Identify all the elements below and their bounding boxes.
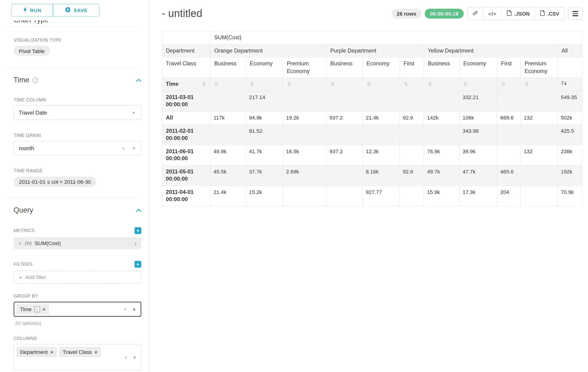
sortable-column-cell: ⇅ <box>424 78 460 91</box>
pivot-value-cell <box>283 91 326 111</box>
function-icon: ƒ(x) <box>24 241 32 245</box>
query-section-header[interactable]: Query <box>14 206 142 214</box>
filters-label-row: FILTERS + <box>14 261 142 268</box>
viz-type-label: VISUALIZATION TYPE <box>14 37 142 43</box>
time-grain-select[interactable]: month × ▼ <box>14 141 142 155</box>
add-filter-dropzone[interactable]: + Add filter <box>14 271 142 283</box>
sort-icon[interactable]: ⇅ <box>501 81 505 87</box>
add-metric-button[interactable]: + <box>135 227 141 234</box>
pivot-row-label: 2011-05-01 00:00:00 <box>162 165 210 186</box>
chevron-right-icon[interactable]: › <box>134 239 137 247</box>
columns-tag[interactable]: Travel Class × <box>59 347 101 357</box>
control-panel-scroll-area[interactable]: Chart Type VISUALIZATION TYPE Pivot Tabl… <box>0 21 149 372</box>
pivot-row-label: 2011-02-01 00:00:00 <box>162 124 210 145</box>
clear-icon[interactable]: × <box>124 306 127 312</box>
sort-desc-icon[interactable] <box>561 81 567 87</box>
group-by-tag[interactable]: Time i × <box>17 304 49 314</box>
travel-class-dimension-label: Travel Class <box>162 57 210 78</box>
travel-class-header: Business <box>326 57 363 78</box>
columns-tag[interactable]: Department × <box>17 347 57 357</box>
time-grain-value: month <box>19 145 34 151</box>
pivot-value-cell <box>363 124 399 145</box>
columns-tag-label: Department <box>20 349 48 355</box>
pivot-value-cell: 19.2k <box>283 111 326 124</box>
menu-button[interactable] <box>568 7 582 20</box>
pivot-value-cell: 12.3k <box>363 145 399 165</box>
metrics-label: METRICS <box>14 228 35 233</box>
sort-icon[interactable]: ⇅ <box>202 82 206 87</box>
remove-tag-icon[interactable]: × <box>42 307 45 312</box>
chevron-up-icon[interactable] <box>136 78 141 82</box>
sortable-column-cell: ⇅ <box>497 78 521 91</box>
export-csv-button[interactable]: .CSV <box>535 8 564 20</box>
export-json-label: .JSON <box>514 11 530 16</box>
export-json-button[interactable]: .JSON <box>502 8 535 20</box>
pivot-value-cell: 669.6 <box>497 111 521 124</box>
pivot-value-cell <box>521 91 557 111</box>
caret-down-icon[interactable]: ▼ <box>132 307 136 311</box>
group-by-label: GROUP BY <box>14 293 142 299</box>
columns-select[interactable]: Department × Travel Class × × ▼ <box>14 344 142 371</box>
metric-item[interactable]: × ƒ(x) SUM(Cost) › <box>14 237 142 249</box>
viz-type-value[interactable]: Pivot Table <box>14 46 50 56</box>
metric-name: SUM(Cost) <box>35 240 61 246</box>
sort-icon[interactable]: ⇅ <box>404 81 408 87</box>
remove-tag-icon[interactable]: × <box>94 349 97 355</box>
pivot-value-cell: 21.4k <box>363 111 399 124</box>
copy-link-button[interactable] <box>468 8 483 20</box>
group-by-select[interactable]: Time i × × ▼ <box>14 302 142 317</box>
divider <box>6 197 141 198</box>
pivot-value-cell <box>326 165 363 186</box>
sort-icon[interactable]: ⇅ <box>330 81 335 87</box>
sortable-column-cell: ⇅ <box>363 78 399 91</box>
export-toolbar: </> .JSON .CSV <box>467 7 565 20</box>
row-count-badge: 26 rows <box>392 9 421 18</box>
pivot-value-cell <box>521 186 557 206</box>
clear-icon[interactable]: × <box>122 145 125 151</box>
department-dimension-label: Department <box>162 44 210 57</box>
pivot-value-cell <box>210 91 246 111</box>
time-column-select[interactable]: Travel Date ▼ <box>14 106 142 120</box>
chevron-up-icon[interactable] <box>136 209 141 212</box>
pivot-value-cell <box>283 186 326 206</box>
remove-metric-icon[interactable]: × <box>18 240 21 246</box>
plus-icon: + <box>19 274 22 280</box>
pivot-value-cell: 549.35 <box>557 91 582 111</box>
pivot-value-cell: 49.9k <box>210 145 246 165</box>
pivot-value-cell <box>326 186 363 206</box>
time-section-header[interactable]: Time i <box>14 76 142 85</box>
travel-class-header: Premium Economy <box>283 57 326 78</box>
clear-icon[interactable]: × <box>124 354 127 360</box>
pivot-value-cell: 142k <box>424 111 460 124</box>
pivot-value-cell <box>497 124 521 145</box>
all-subheader-cell <box>557 57 582 78</box>
time-column-control: TIME COLUMN Travel Date ▼ <box>14 97 142 120</box>
pivot-row-label: All <box>162 111 210 124</box>
sort-icon[interactable]: ⇅ <box>463 81 468 87</box>
pivot-row: All117k94.9k19.2k937.221.4k92.6142k106k6… <box>162 111 582 124</box>
sort-icon[interactable]: ⇅ <box>250 81 254 87</box>
pivot-value-cell <box>210 124 246 145</box>
add-filter-button[interactable]: + <box>135 261 141 268</box>
travel-class-header: Premium Economy <box>521 57 557 78</box>
hamburger-icon <box>572 11 578 16</box>
pivot-value-cell: 927.77 <box>363 186 399 206</box>
pivot-row-label: 2011-04-01 00:00:00 <box>162 186 210 206</box>
time-range-value[interactable]: 2011-01-01 ≤ col < 2011-06-30 <box>14 176 96 187</box>
sort-icon[interactable]: ⇅ <box>214 81 219 87</box>
embed-code-button[interactable]: </> <box>483 8 502 20</box>
sort-icon[interactable]: ⇅ <box>287 81 291 87</box>
plus-circle-icon <box>65 7 70 13</box>
sort-icon[interactable]: ⇅ <box>525 81 529 87</box>
sort-icon[interactable]: ⇅ <box>428 81 432 87</box>
run-button[interactable]: RUN <box>11 4 53 17</box>
sort-icon[interactable]: ⇅ <box>367 81 371 87</box>
remove-tag-icon[interactable]: × <box>51 349 53 355</box>
pivot-value-cell <box>399 91 424 111</box>
pivot-value-cell <box>326 91 363 111</box>
caret-down-icon[interactable]: ▼ <box>133 355 136 360</box>
travel-class-header: First <box>497 57 521 78</box>
save-button[interactable]: SAVE <box>53 4 99 17</box>
pivot-value-cell <box>497 145 521 165</box>
chart-title[interactable]: - untitled <box>162 8 202 20</box>
